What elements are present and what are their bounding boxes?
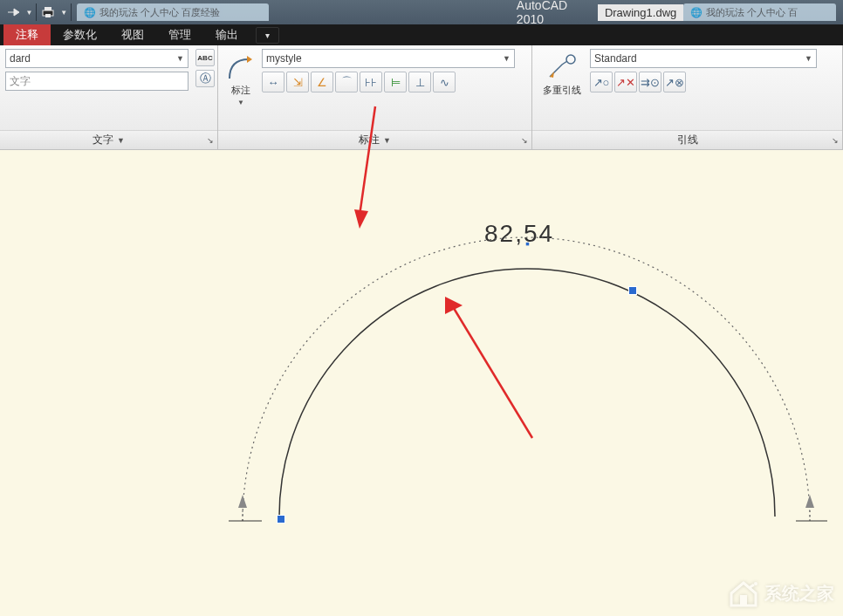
chevron-down-icon: ▼ (237, 99, 244, 106)
drawing-canvas[interactable]: 82,54 ▪ (0, 150, 843, 616)
ribbon: dard ▼ 文字 ABC Ⓐ 文字 ▼ ↘ (0, 45, 843, 150)
panel-text: dard ▼ 文字 ABC Ⓐ 文字 ▼ ↘ (0, 45, 218, 149)
dim-aligned-icon: ⇲ (293, 76, 303, 89)
chevron-down-icon: ▼ (805, 54, 812, 63)
tab-label: 我的玩法 个人中心 百度经验 (99, 6, 220, 19)
leader-remove-button[interactable]: ↗✕ (614, 72, 637, 92)
dim-break-button[interactable]: ∿ (433, 72, 456, 92)
scale-icon: Ⓐ (200, 71, 211, 86)
dim-aligned-button[interactable]: ⇲ (286, 72, 309, 92)
dim-baseline-button[interactable]: ⊨ (384, 72, 407, 92)
dim-ordinate-button[interactable]: ⊥ (408, 72, 431, 92)
svg-line-9 (452, 305, 532, 438)
text-input[interactable]: 文字 (5, 72, 188, 91)
button-label: 标注 (231, 84, 250, 97)
panel-launcher-icon[interactable]: ↘ (832, 136, 839, 145)
qat-share-dropdown[interactable]: ▼ (24, 3, 34, 22)
panel-launcher-icon[interactable]: ↘ (521, 136, 528, 145)
input-value: 文字 (10, 74, 31, 89)
menu-parametric[interactable]: 参数化 (51, 24, 109, 45)
spellcheck-icon: ABC (197, 54, 212, 62)
leader-add-icon: ↗○ (593, 76, 610, 89)
printer-icon (41, 6, 55, 18)
combo-value: dard (10, 52, 31, 65)
leader-add-button[interactable]: ↗○ (590, 72, 613, 92)
watermark-text: 系统之家 (764, 582, 834, 606)
svg-rect-2 (45, 14, 51, 17)
menu-overflow[interactable]: ▾ (256, 27, 279, 44)
dim-linear-button[interactable]: ↔ (262, 72, 284, 92)
menu-view[interactable]: 视图 (109, 24, 156, 45)
panel-leader-footer[interactable]: 引线 ↘ (532, 130, 842, 149)
qat-print-dropdown[interactable]: ▼ (59, 3, 69, 22)
title-area: AutoCAD 2010 Drawing1.dwg (517, 0, 683, 26)
qat-share-button[interactable] (3, 3, 23, 22)
button-label: 多重引线 (543, 84, 581, 97)
panel-launcher-icon[interactable]: ↘ (207, 136, 214, 145)
panel-leader: 多重引线 Standard ▼ ↗○ ↗✕ ⇉⊙ ↗⊗ 引线 ↘ (532, 45, 843, 149)
panel-label: 文字 (93, 133, 113, 147)
browser-tab-right[interactable]: 🌐 我的玩法 个人中心 百 (683, 3, 836, 21)
title-bar: ▼ ▼ 🌐 我的玩法 个人中心 百度经验 AutoCAD 2010 Drawin… (0, 0, 843, 24)
dimension-icon (226, 52, 256, 82)
menu-manage[interactable]: 管理 (156, 24, 203, 45)
browser-tab-left[interactable]: 🌐 我的玩法 个人中心 百度经验 (77, 3, 269, 21)
leader-collect-button[interactable]: ↗⊗ (663, 72, 686, 92)
annotation-arrow-top (349, 98, 401, 237)
grip-left[interactable] (277, 515, 285, 524)
svg-point-11 (754, 582, 757, 585)
app-title: AutoCAD 2010 (517, 0, 582, 26)
text-scale-button[interactable]: Ⓐ (195, 70, 215, 87)
svg-line-8 (360, 106, 375, 216)
dim-arc-icon: ⌒ (341, 74, 353, 90)
dim-arc-button[interactable]: ⌒ (335, 72, 358, 92)
menu-annotate[interactable]: 注释 (3, 24, 51, 45)
tab-label: 我的玩法 个人中心 百 (706, 6, 798, 19)
leader-remove-icon: ↗✕ (616, 76, 635, 89)
annotation-arrow-bottom (436, 290, 541, 447)
dim-continue-button[interactable]: ⊦⊦ (360, 72, 382, 92)
file-title: Drawing1.dwg (598, 4, 683, 21)
dim-break-icon: ∿ (440, 76, 449, 89)
dimension-style-combo[interactable]: mystyle ▼ (262, 49, 515, 68)
dimension-button[interactable]: 标注 ▼ (223, 49, 258, 110)
multileader-button[interactable]: 多重引线 (538, 49, 586, 100)
svg-point-3 (566, 55, 575, 64)
chevron-down-icon: ▼ (176, 54, 184, 63)
share-arrow-icon (6, 6, 20, 18)
leader-style-combo[interactable]: Standard ▼ (590, 49, 817, 68)
chevron-down-icon: ▼ (503, 54, 511, 63)
globe-icon: 🌐 (690, 7, 702, 18)
svg-rect-10 (740, 595, 747, 606)
drawing-svg (0, 150, 843, 616)
watermark: 系统之家 (728, 579, 834, 607)
grip-right[interactable] (628, 286, 637, 295)
separator (36, 3, 37, 21)
chevron-down-icon: ▼ (117, 136, 125, 145)
dim-angular-icon: ∠ (317, 76, 327, 89)
combo-value: Standard (594, 52, 637, 65)
leader-collect-icon: ↗⊗ (665, 76, 684, 89)
menu-output[interactable]: 输出 (203, 24, 250, 45)
text-style-combo[interactable]: dard ▼ (5, 49, 188, 68)
spellcheck-button[interactable]: ABC (195, 49, 215, 66)
globe-icon: 🌐 (84, 7, 96, 18)
panel-label: 引线 (677, 133, 698, 147)
dim-baseline-icon: ⊨ (391, 76, 401, 89)
svg-rect-0 (45, 7, 51, 10)
combo-value: mystyle (266, 52, 302, 65)
dim-ordinate-icon: ⊥ (415, 76, 425, 89)
dim-angular-button[interactable]: ∠ (311, 72, 333, 92)
leader-align-button[interactable]: ⇉⊙ (639, 72, 661, 92)
house-icon (728, 579, 759, 607)
multileader-icon (546, 52, 578, 82)
menu-bar: 注释 参数化 视图 管理 输出 ▾ (0, 24, 843, 45)
qat-print-button[interactable] (38, 3, 58, 22)
separator (71, 3, 72, 21)
dim-continue-icon: ⊦⊦ (365, 76, 377, 89)
dim-linear-icon: ↔ (268, 76, 279, 89)
leader-align-icon: ⇉⊙ (641, 76, 660, 89)
panel-text-footer[interactable]: 文字 ▼ ↘ (0, 130, 217, 149)
